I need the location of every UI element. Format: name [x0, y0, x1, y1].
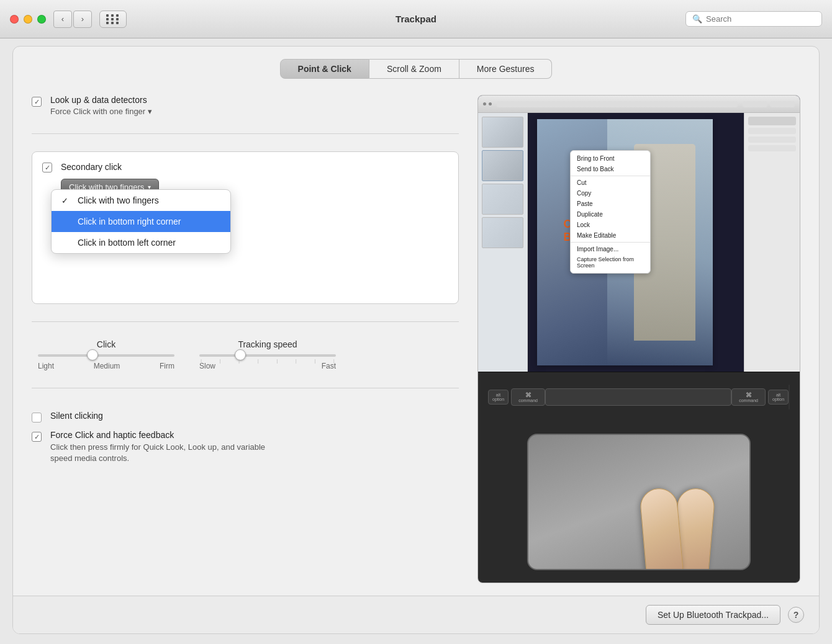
keyboard-area: alt option ⌘ command ⌘ command alt — [478, 372, 800, 421]
divider-3 — [32, 388, 459, 388]
silent-clicking-label: Silent clicking — [50, 411, 103, 421]
document-image: CUSTOMBIKES Bring to Front Send to Back … — [537, 119, 713, 365]
left-panel: Look up & data detectors Force Click wit… — [32, 95, 459, 583]
lookup-setting: Look up & data detectors Force Click wit… — [32, 95, 459, 116]
pages-document: CUSTOMBIKES Bring to Front Send to Back … — [537, 119, 713, 365]
right-key-group: ⌘ command alt option — [731, 388, 789, 406]
ctx-lock[interactable]: Lock — [571, 220, 650, 230]
alt-key-left: alt option — [488, 390, 509, 405]
bottom-bar: Set Up Bluetooth Trackpad... ? — [13, 596, 819, 633]
tab-scroll-zoom[interactable]: Scroll & Zoom — [369, 59, 459, 79]
page-thumbnail — [482, 150, 523, 181]
titlebar: ‹ › Trackpad 🔍 — [0, 0, 832, 38]
pages-content: CUSTOMBIKES Bring to Front Send to Back … — [478, 113, 800, 372]
pages-toolbar-dot — [489, 102, 492, 105]
pages-main: CUSTOMBIKES Bring to Front Send to Back … — [528, 113, 744, 372]
force-click-subtitle: Click then press firmly for Quick Look, … — [50, 442, 286, 464]
force-click-text: Force Click and haptic feedback Click th… — [50, 430, 286, 464]
ctx-make-editable[interactable]: Make Editable — [571, 230, 650, 241]
ctx-send-to-back[interactable]: Send to Back — [571, 164, 650, 174]
ctx-divider — [571, 176, 650, 176]
tracking-slider-track[interactable]: | | | | | | | | — [199, 354, 336, 357]
pages-right-panel — [744, 113, 800, 372]
command-key-left: ⌘ command — [511, 388, 545, 406]
click-slider-group: Click Light Medium Firm — [38, 339, 174, 370]
silent-clicking-checkbox[interactable] — [32, 413, 42, 423]
window-title: Trackpad — [396, 14, 436, 24]
secondary-click-menu: ✓ Click with two fingers Click in bottom… — [51, 189, 231, 254]
lookup-text: Look up & data detectors Force Click wit… — [50, 95, 152, 116]
page-thumbnail — [482, 184, 523, 215]
ctx-divider — [571, 242, 650, 243]
ctx-copy[interactable]: Copy — [571, 188, 650, 199]
tab-point-click[interactable]: Point & Click — [280, 59, 369, 79]
menu-item-two-fingers[interactable]: ✓ Click with two fingers — [52, 190, 230, 211]
forward-button[interactable]: › — [73, 11, 92, 28]
alt-key-right: alt option — [768, 390, 789, 405]
menu-item-bottom-right[interactable]: Click in bottom right corner — [52, 211, 230, 232]
bottom-settings: Silent clicking Force Click and haptic f… — [32, 406, 459, 464]
preview-panel: CUSTOMBIKES Bring to Front Send to Back … — [477, 95, 800, 583]
zoom-button[interactable] — [37, 15, 46, 24]
context-menu: Bring to Front Send to Back Cut Copy Pas… — [570, 150, 651, 274]
tracking-slider-group: Tracking speed | | | | | | — [199, 339, 336, 370]
spacebar — [545, 388, 731, 406]
preview-screen: CUSTOMBIKES Bring to Front Send to Back … — [478, 96, 800, 372]
force-click-checkbox[interactable] — [32, 432, 42, 442]
secondary-title: Secondary click — [61, 162, 122, 172]
page-thumbnail — [482, 217, 523, 248]
ctx-cut[interactable]: Cut — [571, 177, 650, 188]
grid-button[interactable] — [99, 11, 127, 28]
search-bar[interactable]: 🔍 — [685, 11, 822, 27]
content-area: Look up & data detectors Force Click wit… — [13, 89, 819, 596]
ctx-import-image[interactable]: Import Image... — [571, 244, 650, 254]
fingers-illustration — [648, 488, 712, 570]
pages-toolbar-dot — [483, 102, 486, 105]
menu-item-bottom-left[interactable]: Click in bottom left corner — [52, 232, 230, 253]
secondary-checkbox[interactable] — [42, 163, 52, 172]
ctx-bring-to-front[interactable]: Bring to Front — [571, 153, 650, 164]
sliders-section: Click Light Medium Firm Tracking speed — [32, 339, 459, 370]
checkmark-icon: ✓ — [61, 196, 71, 205]
bluetooth-trackpad-button[interactable]: Set Up Bluetooth Trackpad... — [646, 605, 780, 625]
arrow-key — [789, 385, 790, 409]
search-icon: 🔍 — [692, 14, 702, 24]
ctx-capture-selection[interactable]: Capture Selection from Screen — [571, 254, 650, 271]
lookup-checkbox[interactable] — [32, 97, 42, 107]
search-input[interactable] — [706, 14, 815, 24]
chevron-down-icon: ▾ — [148, 107, 152, 116]
ctx-duplicate[interactable]: Duplicate — [571, 209, 650, 220]
secondary-click-section: Secondary click Click with two fingers ▾… — [32, 151, 459, 304]
trackpad — [527, 434, 751, 570]
click-slider-labels: Light Medium Firm — [38, 362, 174, 370]
pages-sidebar — [478, 113, 528, 372]
main-content: Point & Click Scroll & Zoom More Gesture… — [12, 46, 820, 634]
click-slider-track[interactable] — [38, 354, 174, 357]
left-key-group: alt option ⌘ command — [488, 388, 545, 406]
divider-2 — [32, 321, 459, 322]
lookup-title: Look up & data detectors — [50, 95, 152, 105]
close-button[interactable] — [10, 15, 19, 24]
lookup-subtitle[interactable]: Force Click with one finger ▾ — [50, 107, 152, 116]
force-click-title: Force Click and haptic feedback — [50, 430, 286, 440]
command-key-right: ⌘ command — [731, 388, 766, 406]
click-slider-thumb[interactable] — [87, 349, 98, 360]
page-thumbnail — [482, 117, 523, 148]
secondary-header: Secondary click — [42, 161, 448, 172]
minimize-button[interactable] — [24, 15, 32, 24]
silent-clicking-setting: Silent clicking — [32, 411, 459, 423]
pages-toolbar — [478, 96, 800, 113]
force-click-setting: Force Click and haptic feedback Click th… — [32, 430, 459, 464]
finger-1 — [639, 487, 684, 570]
traffic-lights — [10, 15, 46, 24]
trackpad-area — [478, 421, 800, 583]
tracking-slider-label: Tracking speed — [238, 339, 297, 349]
nav-buttons: ‹ › — [53, 11, 92, 28]
ctx-paste[interactable]: Paste — [571, 199, 650, 209]
divider-1 — [32, 133, 459, 134]
help-button[interactable]: ? — [788, 607, 804, 623]
tab-more-gestures[interactable]: More Gestures — [459, 59, 553, 79]
back-button[interactable]: ‹ — [53, 11, 72, 28]
tab-bar: Point & Click Scroll & Zoom More Gesture… — [13, 47, 819, 89]
click-slider-label: Click — [97, 339, 115, 349]
